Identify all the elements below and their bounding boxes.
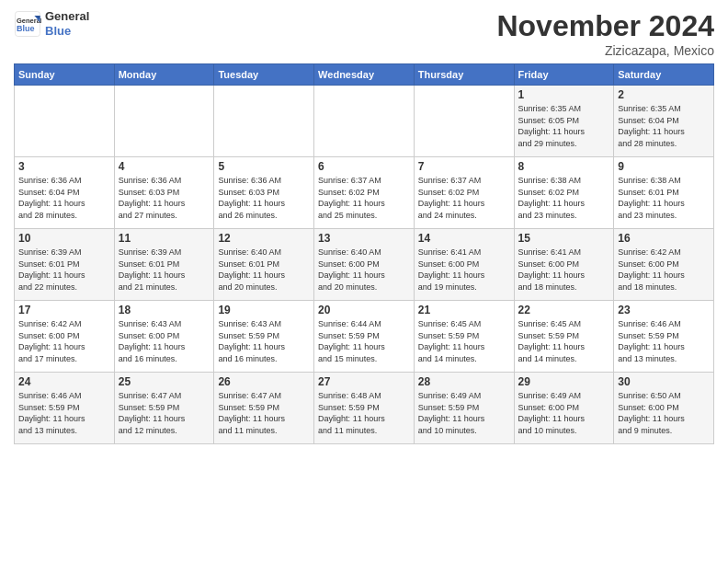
calendar-cell: 11Sunrise: 6:39 AMSunset: 6:01 PMDayligh… [114,229,214,301]
calendar-cell: 16Sunrise: 6:42 AMSunset: 6:00 PMDayligh… [614,229,714,301]
calendar-cell: 1Sunrise: 6:35 AMSunset: 6:05 PMDaylight… [514,86,614,157]
cell-info: Sunrise: 6:43 AMSunset: 5:59 PMDaylight:… [218,318,310,364]
cell-info: Sunrise: 6:40 AMSunset: 6:01 PMDaylight:… [218,247,310,293]
day-number: 30 [618,375,710,388]
day-number: 24 [18,375,110,388]
calendar-cell: 15Sunrise: 6:41 AMSunset: 6:00 PMDayligh… [514,229,614,301]
day-number: 4 [119,160,210,173]
cell-info: Sunrise: 6:35 AMSunset: 6:04 PMDaylight:… [618,103,710,149]
cell-info: Sunrise: 6:36 AMSunset: 6:03 PMDaylight:… [218,175,310,221]
day-number: 26 [218,375,310,388]
day-number: 19 [218,304,310,316]
day-number: 20 [318,304,410,316]
day-number: 2 [618,88,710,101]
cell-info: Sunrise: 6:42 AMSunset: 6:00 PMDaylight:… [18,318,110,364]
cell-info: Sunrise: 6:36 AMSunset: 6:04 PMDaylight:… [18,175,110,221]
calendar-cell: 19Sunrise: 6:43 AMSunset: 5:59 PMDayligh… [214,301,314,373]
cell-info: Sunrise: 6:35 AMSunset: 6:05 PMDaylight:… [518,103,610,149]
calendar-week-5: 24Sunrise: 6:46 AMSunset: 5:59 PMDayligh… [15,373,714,444]
calendar-week-1: 1Sunrise: 6:35 AMSunset: 6:05 PMDaylight… [15,86,714,157]
title-block: November 2024 Zizicazapa, Mexico [496,9,714,58]
cell-info: Sunrise: 6:45 AMSunset: 5:59 PMDaylight:… [418,318,510,364]
calendar-cell: 21Sunrise: 6:45 AMSunset: 5:59 PMDayligh… [414,301,514,373]
day-number: 17 [18,304,110,316]
calendar-table: Sunday Monday Tuesday Wednesday Thursday… [14,63,714,444]
calendar-cell: 8Sunrise: 6:38 AMSunset: 6:02 PMDaylight… [514,157,614,229]
day-number: 16 [618,232,710,245]
calendar-cell: 3Sunrise: 6:36 AMSunset: 6:04 PMDaylight… [15,157,115,229]
cell-info: Sunrise: 6:42 AMSunset: 6:00 PMDaylight:… [618,247,710,293]
calendar-cell: 27Sunrise: 6:48 AMSunset: 5:59 PMDayligh… [314,373,415,444]
day-number: 27 [318,375,410,388]
day-number: 8 [518,160,610,173]
calendar-cell [15,86,115,157]
cell-info: Sunrise: 6:39 AMSunset: 6:01 PMDaylight:… [119,247,210,293]
day-number: 5 [218,160,310,173]
cell-info: Sunrise: 6:37 AMSunset: 6:02 PMDaylight:… [318,175,410,221]
calendar-cell: 12Sunrise: 6:40 AMSunset: 6:01 PMDayligh… [214,229,314,301]
day-number: 1 [518,88,610,101]
logo-general: General [45,9,89,24]
header-wednesday: Wednesday [314,64,415,86]
location: Zizicazapa, Mexico [496,43,714,58]
calendar-cell: 29Sunrise: 6:49 AMSunset: 6:00 PMDayligh… [514,373,614,444]
cell-info: Sunrise: 6:48 AMSunset: 5:59 PMDaylight:… [318,390,410,436]
header-monday: Monday [114,64,214,86]
calendar-cell: 24Sunrise: 6:46 AMSunset: 5:59 PMDayligh… [15,373,115,444]
cell-info: Sunrise: 6:47 AMSunset: 5:59 PMDaylight:… [218,390,310,436]
calendar-cell: 4Sunrise: 6:36 AMSunset: 6:03 PMDaylight… [114,157,214,229]
calendar-cell: 6Sunrise: 6:37 AMSunset: 6:02 PMDaylight… [314,157,415,229]
day-number: 7 [418,160,510,173]
day-number: 23 [618,304,710,316]
cell-info: Sunrise: 6:45 AMSunset: 5:59 PMDaylight:… [518,318,610,364]
cell-info: Sunrise: 6:41 AMSunset: 6:00 PMDaylight:… [518,247,610,293]
cell-info: Sunrise: 6:46 AMSunset: 5:59 PMDaylight:… [618,318,710,364]
calendar-cell: 14Sunrise: 6:41 AMSunset: 6:00 PMDayligh… [414,229,514,301]
calendar-cell: 23Sunrise: 6:46 AMSunset: 5:59 PMDayligh… [614,301,714,373]
cell-info: Sunrise: 6:36 AMSunset: 6:03 PMDaylight:… [119,175,210,221]
cell-info: Sunrise: 6:41 AMSunset: 6:00 PMDaylight:… [418,247,510,293]
calendar-cell: 18Sunrise: 6:43 AMSunset: 6:00 PMDayligh… [114,301,214,373]
svg-text:Blue: Blue [17,23,35,32]
cell-info: Sunrise: 6:37 AMSunset: 6:02 PMDaylight:… [418,175,510,221]
calendar-cell [314,86,415,157]
cell-info: Sunrise: 6:49 AMSunset: 6:00 PMDaylight:… [518,390,610,436]
day-number: 13 [318,232,410,245]
calendar-cell [214,86,314,157]
calendar-week-2: 3Sunrise: 6:36 AMSunset: 6:04 PMDaylight… [15,157,714,229]
calendar-cell: 7Sunrise: 6:37 AMSunset: 6:02 PMDaylight… [414,157,514,229]
calendar-cell: 28Sunrise: 6:49 AMSunset: 5:59 PMDayligh… [414,373,514,444]
calendar-cell: 2Sunrise: 6:35 AMSunset: 6:04 PMDaylight… [614,86,714,157]
day-number: 25 [119,375,210,388]
day-number: 3 [18,160,110,173]
header-saturday: Saturday [614,64,714,86]
calendar-cell: 22Sunrise: 6:45 AMSunset: 5:59 PMDayligh… [514,301,614,373]
logo-blue: Blue [45,24,89,39]
cell-info: Sunrise: 6:43 AMSunset: 6:00 PMDaylight:… [119,318,210,364]
cell-info: Sunrise: 6:47 AMSunset: 5:59 PMDaylight:… [119,390,210,436]
calendar-cell: 30Sunrise: 6:50 AMSunset: 6:00 PMDayligh… [614,373,714,444]
day-number: 6 [318,160,410,173]
day-number: 21 [418,304,510,316]
day-number: 11 [119,232,210,245]
calendar-cell: 9Sunrise: 6:38 AMSunset: 6:01 PMDaylight… [614,157,714,229]
cell-info: Sunrise: 6:44 AMSunset: 5:59 PMDaylight:… [318,318,410,364]
header-tuesday: Tuesday [214,64,314,86]
calendar-body: 1Sunrise: 6:35 AMSunset: 6:05 PMDaylight… [15,86,714,444]
page-container: General Blue General Blue November 2024 … [0,0,728,449]
calendar-cell: 26Sunrise: 6:47 AMSunset: 5:59 PMDayligh… [214,373,314,444]
calendar-cell: 10Sunrise: 6:39 AMSunset: 6:01 PMDayligh… [15,229,115,301]
day-number: 18 [119,304,210,316]
logo: General Blue General Blue [14,9,89,38]
cell-info: Sunrise: 6:49 AMSunset: 5:59 PMDaylight:… [418,390,510,436]
calendar-cell [114,86,214,157]
calendar-cell: 25Sunrise: 6:47 AMSunset: 5:59 PMDayligh… [114,373,214,444]
header: General Blue General Blue November 2024 … [14,9,714,58]
day-number: 12 [218,232,310,245]
logo-icon: General Blue [14,10,41,38]
cell-info: Sunrise: 6:38 AMSunset: 6:01 PMDaylight:… [618,175,710,221]
day-number: 10 [18,232,110,245]
calendar-week-3: 10Sunrise: 6:39 AMSunset: 6:01 PMDayligh… [15,229,714,301]
calendar-cell [414,86,514,157]
calendar-header: Sunday Monday Tuesday Wednesday Thursday… [15,64,714,86]
